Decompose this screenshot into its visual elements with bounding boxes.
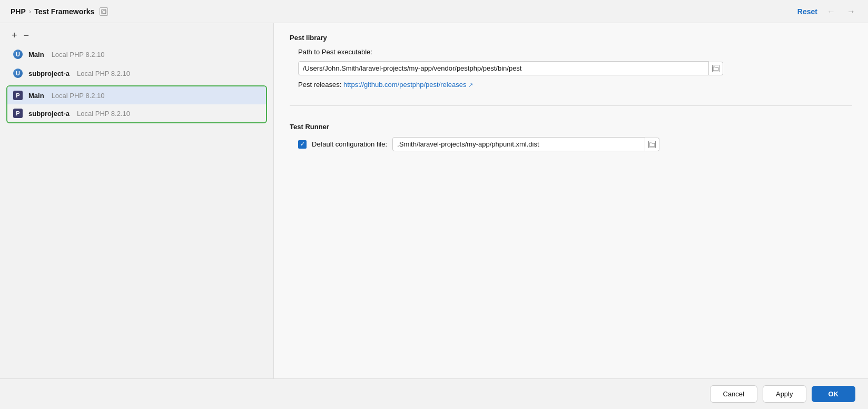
path-browse-button[interactable] (709, 62, 723, 75)
add-button[interactable]: + (8, 31, 21, 40)
item-name: Main (28, 51, 44, 59)
window-icon (100, 7, 108, 16)
config-input-wrapper (392, 137, 659, 151)
releases-link[interactable]: https://github.com/pestphp/pest/releases (343, 81, 466, 89)
config-input[interactable] (392, 137, 645, 151)
phpunit-icon: U (13, 68, 23, 79)
item-name: Main (28, 92, 44, 100)
cancel-button[interactable]: Cancel (710, 385, 757, 403)
main-content: + − U Main Local PHP 8.2.10 U subproject… (0, 23, 868, 378)
right-panel: Pest library Path to Pest executable: Pe… (274, 23, 868, 378)
item-name: subproject-a (28, 70, 70, 77)
checkmark-icon: ✓ (300, 141, 305, 147)
breadcrumb: PHP › Test Frameworks (11, 7, 794, 16)
item-sub: Local PHP 8.2.10 (52, 92, 105, 100)
item-name: subproject-a (28, 110, 70, 118)
item-sub: Local PHP 8.2.10 (52, 51, 105, 59)
apply-button[interactable]: Apply (763, 385, 806, 403)
test-runner-title: Test Runner (290, 123, 852, 131)
config-browse-button[interactable] (645, 138, 659, 151)
test-runner-section: Test Runner ✓ Default configuration file… (290, 123, 852, 151)
header: PHP › Test Frameworks Reset ← → (0, 0, 868, 23)
breadcrumb-title: Test Frameworks (34, 7, 94, 16)
list-item-pest-main[interactable]: P Main Local PHP 8.2.10 (7, 86, 266, 104)
item-sub: Local PHP 8.2.10 (77, 110, 130, 118)
path-label: Path to Pest executable: (298, 48, 372, 56)
breadcrumb-php: PHP (11, 7, 26, 16)
list-item[interactable]: U subproject-a Local PHP 8.2.10 (6, 64, 267, 82)
bottom-bar: Cancel Apply OK (0, 378, 868, 409)
folder-icon (712, 65, 719, 72)
pest-library-section: Pest library Path to Pest executable: Pe… (290, 34, 852, 93)
phpunit-icon: U (13, 49, 23, 60)
back-button[interactable]: ← (825, 6, 837, 17)
releases-label: Pest releases: (298, 81, 341, 89)
folder-icon (648, 141, 656, 148)
external-link-icon: ↗ (468, 82, 473, 88)
default-config-checkbox[interactable]: ✓ (298, 140, 307, 149)
remove-button[interactable]: − (21, 31, 33, 40)
pest-library-title: Pest library (290, 34, 852, 42)
config-row: ✓ Default configuration file: (290, 137, 852, 151)
releases-row: Pest releases: https://github.com/pestph… (290, 81, 852, 89)
path-input[interactable] (298, 61, 709, 75)
pest-icon: P (13, 90, 23, 101)
section-divider (290, 105, 852, 106)
item-sub: Local PHP 8.2.10 (77, 70, 130, 77)
sidebar: + − U Main Local PHP 8.2.10 U subproject… (0, 23, 274, 378)
list-item-pest-subproject[interactable]: P subproject-a Local PHP 8.2.10 (7, 104, 266, 122)
pest-icon: P (13, 108, 23, 119)
ok-button[interactable]: OK (812, 386, 856, 402)
forward-button[interactable]: → (845, 6, 857, 17)
list-item[interactable]: U Main Local PHP 8.2.10 (6, 45, 267, 63)
header-actions: Reset ← → (797, 6, 857, 17)
list-items: U Main Local PHP 8.2.10 U subproject-a L… (0, 45, 273, 125)
sidebar-toolbar: + − (0, 28, 273, 45)
svg-rect-1 (103, 11, 106, 14)
reset-button[interactable]: Reset (797, 7, 817, 16)
pest-group: P Main Local PHP 8.2.10 P subproject-a L… (6, 85, 267, 123)
config-label: Default configuration file: (312, 140, 387, 148)
path-label-row: Path to Pest executable: (290, 48, 852, 56)
svg-rect-0 (102, 9, 106, 14)
breadcrumb-separator: › (29, 7, 31, 15)
path-input-wrapper (290, 61, 852, 75)
